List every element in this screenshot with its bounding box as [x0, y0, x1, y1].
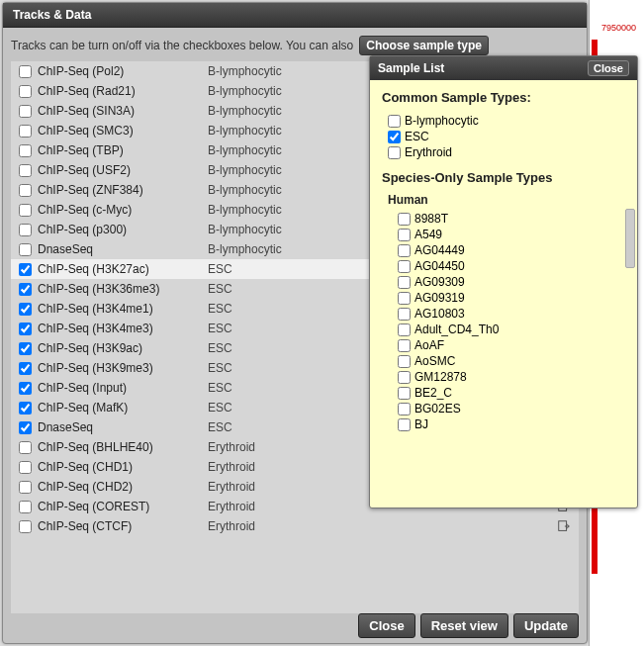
sample-checkbox[interactable]	[398, 292, 411, 305]
track-checkbox[interactable]	[19, 164, 32, 177]
sample-checkbox[interactable]	[388, 131, 401, 143]
track-checkbox[interactable]	[19, 382, 32, 395]
track-checkbox[interactable]	[19, 441, 32, 454]
sample-label: A549	[414, 228, 442, 241]
track-checkbox[interactable]	[19, 421, 32, 434]
scrollbar-indicator[interactable]	[625, 209, 635, 268]
track-checkbox[interactable]	[19, 65, 32, 78]
choose-sample-type-button[interactable]: Choose sample type	[359, 36, 489, 55]
track-checkbox[interactable]	[19, 105, 32, 118]
track-checkbox[interactable]	[19, 243, 32, 256]
bg-coord-label: 7950000	[601, 23, 636, 33]
track-name-label: ChIP-Seq (SMC3)	[38, 124, 208, 138]
sample-checkbox[interactable]	[398, 323, 411, 336]
track-checkbox[interactable]	[19, 501, 32, 513]
sample-checkbox[interactable]	[398, 418, 411, 431]
sample-item[interactable]: 8988T	[382, 211, 625, 227]
track-name-label: ChIP-Seq (Pol2)	[38, 64, 208, 78]
sample-item[interactable]: BG02ES	[382, 401, 625, 416]
panel-footer: Close Reset view Update	[358, 613, 579, 638]
sample-label: B-lymphocytic	[405, 114, 479, 128]
sample-label: AG10803	[414, 307, 465, 321]
sample-item[interactable]: BE2_C	[382, 385, 625, 401]
reset-view-button[interactable]: Reset view	[420, 613, 508, 638]
sample-checkbox[interactable]	[388, 146, 401, 159]
sample-item[interactable]: AG09319	[382, 290, 625, 306]
sample-label: AoSMC	[414, 354, 455, 368]
track-checkbox[interactable]	[19, 125, 32, 138]
sample-item[interactable]: AG09309	[382, 274, 625, 290]
sample-panel-body: Common Sample Types: B-lymphocyticESCEry…	[370, 80, 637, 506]
track-checkbox[interactable]	[19, 303, 32, 316]
sample-item[interactable]: AG04450	[382, 258, 625, 274]
track-checkbox[interactable]	[19, 263, 32, 276]
track-checkbox[interactable]	[19, 342, 32, 355]
sample-checkbox[interactable]	[398, 308, 411, 321]
sample-checkbox[interactable]	[398, 229, 411, 241]
track-name-label: ChIP-Seq (ZNF384)	[38, 183, 208, 197]
track-name-label: ChIP-Seq (H3K9ac)	[38, 341, 208, 355]
track-checkbox[interactable]	[19, 144, 32, 157]
sample-label: BE2_C	[414, 386, 452, 400]
species-only-heading: Species-Only Sample Types	[382, 170, 625, 185]
track-name-label: ChIP-Seq (CHD1)	[38, 460, 208, 474]
sample-label: AG04449	[414, 243, 465, 257]
sample-item[interactable]: BJ	[382, 416, 625, 432]
sample-item[interactable]: AG10803	[382, 306, 625, 322]
close-button[interactable]: Close	[358, 613, 414, 638]
track-name-label: ChIP-Seq (CHD2)	[38, 480, 208, 494]
sample-item[interactable]: B-lymphocytic	[382, 113, 625, 129]
sample-item[interactable]: AoAF	[382, 337, 625, 353]
sample-item[interactable]: AoSMC	[382, 353, 625, 369]
common-sample-list: B-lymphocyticESCErythroid	[382, 113, 625, 160]
track-checkbox[interactable]	[19, 461, 32, 474]
sample-checkbox[interactable]	[388, 115, 401, 128]
track-type-label: Erythroid	[208, 519, 555, 533]
sample-label: Adult_CD4_Th0	[414, 323, 499, 336]
track-checkbox[interactable]	[19, 402, 32, 415]
track-checkbox[interactable]	[19, 481, 32, 494]
sample-item[interactable]: Erythroid	[382, 144, 625, 160]
sample-checkbox[interactable]	[398, 213, 411, 226]
track-checkbox[interactable]	[19, 184, 32, 197]
track-name-label: ChIP-Seq (Input)	[38, 381, 208, 395]
sample-item[interactable]: A549	[382, 227, 625, 242]
track-checkbox[interactable]	[19, 283, 32, 296]
sample-checkbox[interactable]	[398, 339, 411, 352]
track-checkbox[interactable]	[19, 204, 32, 217]
sample-item[interactable]: AG04449	[382, 242, 625, 258]
sample-label: BJ	[414, 417, 428, 431]
species-group-label: Human	[388, 193, 625, 207]
track-checkbox[interactable]	[19, 362, 32, 375]
sample-label: AG09309	[414, 275, 465, 289]
sample-close-button[interactable]: Close	[588, 60, 629, 76]
track-name-label: ChIP-Seq (COREST)	[38, 500, 208, 513]
track-action-icon[interactable]	[557, 519, 575, 533]
sample-panel-header: Sample List Close	[370, 56, 637, 80]
track-checkbox[interactable]	[19, 85, 32, 98]
sample-item[interactable]: GM12878	[382, 369, 625, 385]
instructions-row: Tracks can be turn on/off via the checkb…	[11, 36, 579, 55]
track-checkbox[interactable]	[19, 520, 32, 533]
sample-checkbox[interactable]	[398, 403, 411, 415]
sample-panel-title: Sample List	[378, 61, 444, 75]
track-row[interactable]: ChIP-Seq (CTCF)Erythroid	[11, 516, 579, 536]
sample-checkbox[interactable]	[398, 260, 411, 273]
sample-item[interactable]: ESC	[382, 129, 625, 144]
sample-checkbox[interactable]	[398, 244, 411, 257]
track-checkbox[interactable]	[19, 224, 32, 236]
sample-checkbox[interactable]	[398, 276, 411, 289]
track-checkbox[interactable]	[19, 323, 32, 335]
panel-title: Tracks & Data	[3, 3, 587, 28]
track-name-label: ChIP-Seq (H3K27ac)	[38, 262, 208, 276]
sample-checkbox[interactable]	[398, 371, 411, 384]
update-button[interactable]: Update	[513, 613, 579, 638]
sample-label: BG02ES	[414, 402, 461, 415]
sample-checkbox[interactable]	[398, 387, 411, 400]
track-name-label: ChIP-Seq (MafK)	[38, 401, 208, 415]
instructions-text: Tracks can be turn on/off via the checkb…	[11, 39, 353, 52]
sample-label: AG04450	[414, 259, 465, 273]
sample-label: 8988T	[414, 212, 448, 226]
sample-item[interactable]: Adult_CD4_Th0	[382, 322, 625, 337]
sample-checkbox[interactable]	[398, 355, 411, 368]
